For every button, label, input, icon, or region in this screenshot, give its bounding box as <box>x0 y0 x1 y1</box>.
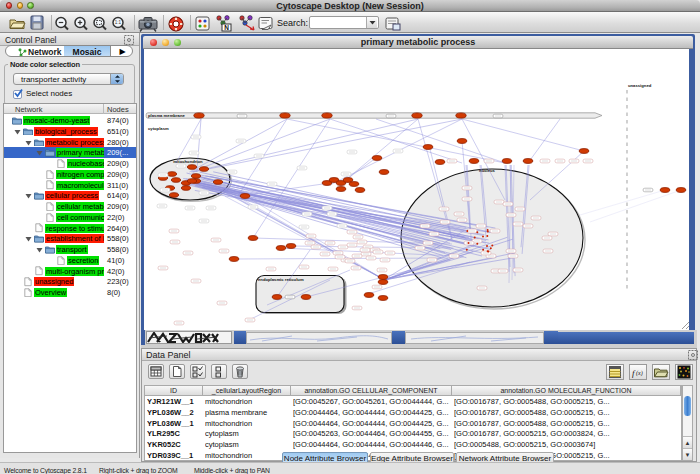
svg-text:cytoplasm: cytoplasm <box>148 126 169 131</box>
svg-text:1:1: 1:1 <box>115 20 122 25</box>
svg-text:plasma membrane: plasma membrane <box>148 113 185 118</box>
svg-text:endoplasmic reticulum: endoplasmic reticulum <box>258 277 304 282</box>
svg-text:unassigned: unassigned <box>628 83 652 88</box>
svg-text:(x): (x) <box>636 370 643 377</box>
svg-text:mitochondrion: mitochondrion <box>173 159 203 164</box>
svg-text:N: N <box>224 24 229 31</box>
svg-text:nucleus: nucleus <box>479 168 495 173</box>
